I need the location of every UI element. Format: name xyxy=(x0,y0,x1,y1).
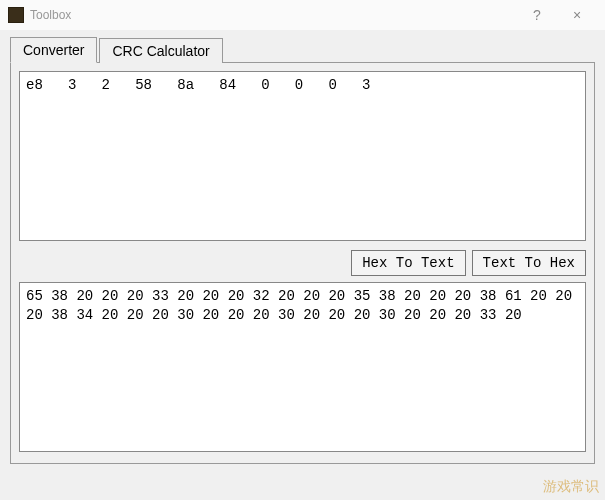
app-icon xyxy=(8,7,24,23)
tab-converter[interactable]: Converter xyxy=(10,37,97,63)
titlebar: Toolbox ? × xyxy=(0,0,605,30)
content-area: Converter CRC Calculator e8 3 2 58 8a 84… xyxy=(0,30,605,474)
window-title: Toolbox xyxy=(30,8,71,22)
watermark-text: 游戏常识 xyxy=(543,478,599,496)
input-textbox[interactable]: e8 3 2 58 8a 84 0 0 0 3 xyxy=(19,71,586,241)
text-to-hex-button[interactable]: Text To Hex xyxy=(472,250,586,276)
hex-to-text-button[interactable]: Hex To Text xyxy=(351,250,465,276)
converter-panel: e8 3 2 58 8a 84 0 0 0 3 Hex To Text Text… xyxy=(10,62,595,464)
tab-crc-calculator[interactable]: CRC Calculator xyxy=(99,38,222,63)
button-row: Hex To Text Text To Hex xyxy=(19,250,586,276)
tab-bar: Converter CRC Calculator xyxy=(10,36,595,62)
help-button[interactable]: ? xyxy=(517,0,557,30)
output-textbox[interactable]: 65 38 20 20 20 33 20 20 20 32 20 20 20 3… xyxy=(19,282,586,452)
close-button[interactable]: × xyxy=(557,0,597,30)
